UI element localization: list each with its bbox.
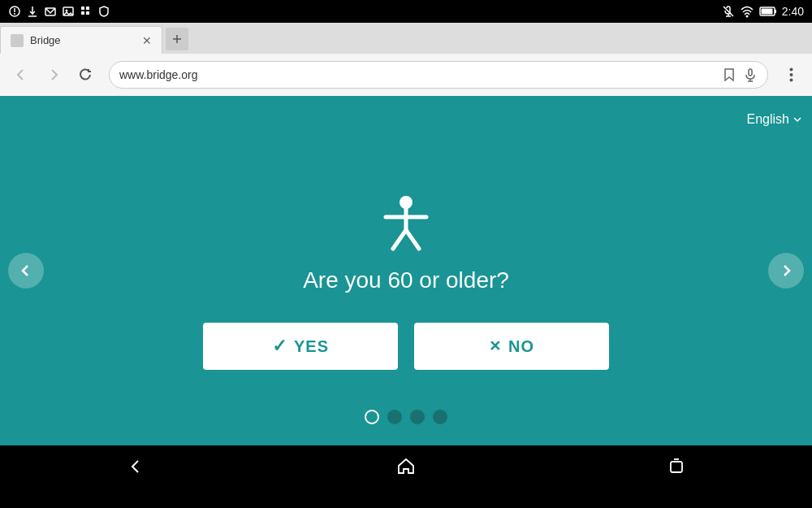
forward-button[interactable] bbox=[39, 60, 68, 89]
reload-button[interactable] bbox=[71, 60, 101, 89]
tab-favicon bbox=[11, 34, 24, 47]
next-button[interactable] bbox=[768, 253, 804, 289]
question-text: Are you 60 or older? bbox=[303, 267, 509, 293]
tab-close-button[interactable]: ✕ bbox=[142, 35, 152, 46]
nav-bar bbox=[0, 54, 812, 96]
android-home-button[interactable] bbox=[396, 457, 416, 476]
language-label: English bbox=[747, 112, 789, 127]
reload-icon bbox=[79, 67, 93, 82]
person-icon bbox=[382, 196, 430, 253]
more-icon bbox=[789, 67, 793, 82]
chevron-right-icon bbox=[780, 264, 793, 277]
svg-point-24 bbox=[789, 73, 793, 76]
chevron-down-icon bbox=[793, 115, 802, 124]
svg-rect-9 bbox=[81, 11, 84, 15]
main-content: Are you 60 or older? ✓ YES ✕ NO bbox=[0, 96, 812, 445]
prev-button[interactable] bbox=[8, 253, 44, 289]
svg-rect-7 bbox=[81, 7, 84, 10]
dot-2[interactable] bbox=[387, 410, 402, 424]
status-bar: 2:40 bbox=[0, 0, 812, 23]
yes-icon: ✓ bbox=[272, 336, 287, 357]
svg-rect-16 bbox=[761, 9, 772, 15]
notification-icon bbox=[8, 5, 21, 18]
dot-1[interactable] bbox=[365, 410, 379, 424]
wifi-icon bbox=[740, 5, 754, 18]
back-button[interactable] bbox=[6, 60, 36, 89]
web-content: English Are you 60 or older? ✓ bbox=[0, 96, 812, 445]
svg-marker-31 bbox=[399, 459, 413, 473]
back-icon bbox=[14, 67, 28, 82]
pagination bbox=[365, 410, 447, 424]
svg-point-2 bbox=[14, 13, 15, 15]
answer-buttons: ✓ YES ✕ NO bbox=[203, 323, 609, 370]
bookmark-icon[interactable] bbox=[722, 67, 736, 82]
svg-rect-32 bbox=[671, 462, 682, 472]
status-bar-left bbox=[8, 5, 110, 18]
yes-label: YES bbox=[294, 337, 329, 356]
chevron-left-icon bbox=[19, 264, 32, 277]
address-bar[interactable] bbox=[109, 61, 768, 89]
apps-icon bbox=[80, 5, 93, 18]
url-input[interactable] bbox=[119, 68, 722, 81]
no-label: NO bbox=[508, 337, 534, 356]
menu-button[interactable] bbox=[776, 60, 806, 89]
no-icon: ✕ bbox=[489, 337, 502, 355]
no-button[interactable]: ✕ NO bbox=[414, 323, 609, 370]
image-icon bbox=[62, 5, 75, 18]
svg-point-25 bbox=[789, 79, 793, 82]
new-tab-button[interactable] bbox=[166, 28, 188, 50]
android-bottom-bar bbox=[0, 445, 812, 488]
android-recents-button[interactable] bbox=[667, 457, 686, 476]
clock: 2:40 bbox=[782, 5, 804, 18]
active-tab[interactable]: Bridge ✕ bbox=[0, 26, 162, 54]
android-recents-icon bbox=[667, 457, 686, 476]
svg-point-23 bbox=[789, 68, 793, 72]
android-home-icon bbox=[396, 457, 416, 476]
android-back-button[interactable] bbox=[126, 457, 145, 476]
svg-rect-10 bbox=[86, 11, 89, 15]
download-icon bbox=[26, 5, 39, 18]
tab-title: Bridge bbox=[30, 34, 136, 46]
address-icons bbox=[722, 67, 758, 82]
svg-line-30 bbox=[406, 230, 419, 249]
new-tab-icon bbox=[171, 33, 183, 45]
status-bar-right: 2:40 bbox=[722, 5, 804, 18]
svg-point-14 bbox=[745, 15, 748, 18]
dot-4[interactable] bbox=[433, 410, 447, 424]
tab-bar: Bridge ✕ bbox=[0, 23, 812, 54]
language-selector[interactable]: English bbox=[747, 112, 802, 127]
svg-rect-8 bbox=[86, 7, 89, 10]
mic-icon[interactable] bbox=[743, 67, 758, 82]
gmail-icon bbox=[44, 5, 57, 18]
yes-button[interactable]: ✓ YES bbox=[203, 323, 398, 370]
accessibility-icon bbox=[382, 196, 430, 253]
android-back-icon bbox=[126, 457, 145, 476]
svg-line-29 bbox=[393, 230, 406, 249]
mute-icon bbox=[722, 5, 735, 18]
shield-icon bbox=[97, 5, 110, 18]
forward-icon bbox=[46, 67, 61, 82]
svg-rect-20 bbox=[749, 69, 752, 76]
battery-icon bbox=[759, 6, 777, 17]
dot-3[interactable] bbox=[410, 410, 425, 424]
